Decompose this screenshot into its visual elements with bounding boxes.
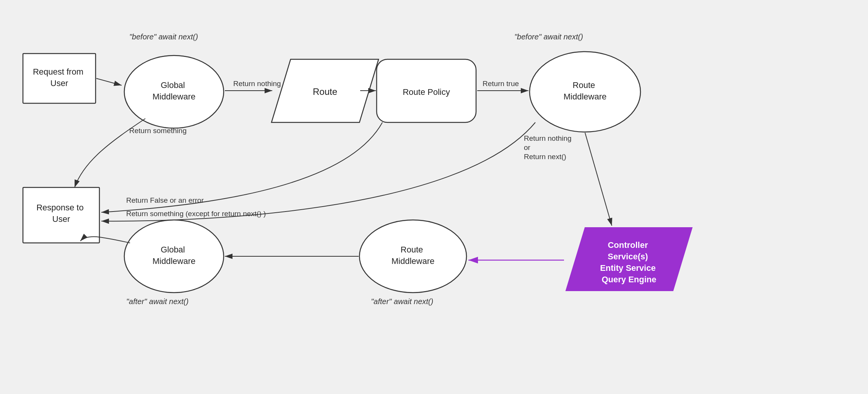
return-false-error-label: Return False or an error <box>126 196 204 204</box>
route-label: Route <box>313 86 337 97</box>
after-await-bottom-left-label: "after" await next() <box>126 297 189 306</box>
after-await-bottom-right-label: "after" await next() <box>371 297 433 306</box>
before-await-top-right-label: "before" await next() <box>514 33 583 41</box>
return-nothing-label: Return nothing <box>233 80 281 88</box>
return-something-except-label: Return something (except for return next… <box>126 210 266 218</box>
before-await-top-left-label: "before" await next() <box>129 33 198 41</box>
return-something-label: Return something <box>129 127 187 135</box>
route-policy-label: Route Policy <box>403 87 450 97</box>
return-true-label: Return true <box>483 80 519 88</box>
